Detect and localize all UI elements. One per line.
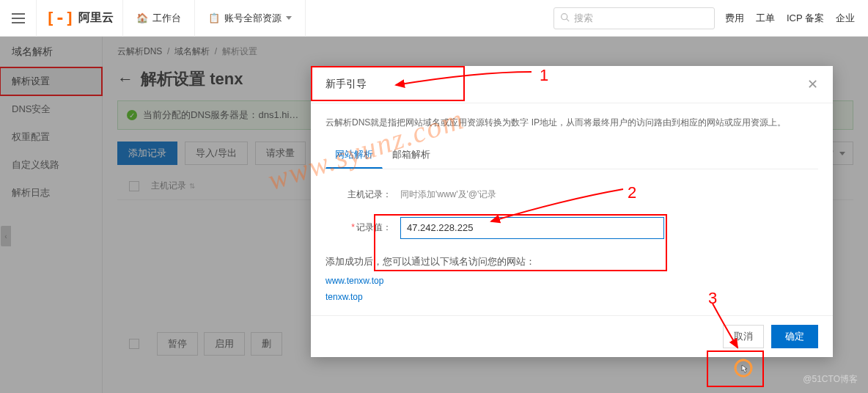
account-resources-dropdown[interactable]: 📋 账号全部资源 (195, 0, 306, 37)
wizard-modal: 新手引导 ✕ 云解析DNS就是指把网站域名或应用资源转换为数字 IP地址，从而将… (311, 66, 833, 357)
result-link-root[interactable]: tenxw.top (326, 292, 818, 302)
accounts-label: 账号全部资源 (224, 12, 282, 25)
top-link-icp[interactable]: ICP 备案 (787, 12, 824, 25)
row-record-value: *记录值： (326, 217, 818, 239)
top-link-fee[interactable]: 费用 (725, 12, 744, 25)
list-icon: 📋 (208, 12, 220, 23)
top-link-enterprise[interactable]: 企业 (836, 12, 855, 25)
modal-tabs: 网站解析 邮箱解析 (326, 142, 818, 169)
record-value-input[interactable] (400, 217, 664, 239)
topbar: [-] 阿里云 🏠 工作台 📋 账号全部资源 搜索 费用 工单 ICP 备案 企… (0, 0, 868, 37)
top-link-ticket[interactable]: 工单 (756, 12, 775, 25)
row-host-record: 主机记录： 同时添加'www'及'@'记录 (326, 188, 818, 201)
modal-title: 新手引导 (326, 78, 367, 91)
close-icon[interactable]: ✕ (807, 76, 818, 92)
search-placeholder: 搜索 (574, 12, 593, 25)
result-link-www[interactable]: www.tenxw.top (326, 276, 818, 286)
brand-logo[interactable]: [-] 阿里云 (37, 0, 123, 37)
value-host-record: 同时添加'www'及'@'记录 (400, 188, 496, 201)
label-record-value: *记录值： (326, 221, 391, 234)
chevron-down-icon (286, 16, 292, 20)
workbench-label: 工作台 (152, 12, 181, 25)
top-right-links: 费用 工单 ICP 备案 企业 (725, 12, 868, 25)
search-icon (560, 12, 570, 24)
logo-bracket-icon: [-] (45, 9, 75, 27)
svg-point-0 (562, 13, 567, 19)
brand-text: 阿里云 (78, 10, 114, 26)
global-search[interactable]: 搜索 (553, 7, 715, 29)
label-host-record: 主机记录： (326, 188, 391, 201)
tab-site-resolve[interactable]: 网站解析 (326, 142, 383, 169)
workbench-button[interactable]: 🏠 工作台 (123, 0, 195, 37)
after-add-note: 添加成功后，您可以通过以下域名访问您的网站： (326, 255, 818, 268)
tab-mail-resolve[interactable]: 邮箱解析 (383, 142, 440, 169)
menu-toggle[interactable] (0, 0, 37, 37)
modal-footer: 取消 确定 (311, 315, 833, 357)
home-icon: 🏠 (136, 12, 148, 23)
modal-description: 云解析DNS就是指把网站域名或应用资源转换为数字 IP地址，从而将最终用户的访问… (326, 115, 818, 131)
ok-button[interactable]: 确定 (771, 325, 818, 348)
cancel-button[interactable]: 取消 (723, 325, 764, 348)
